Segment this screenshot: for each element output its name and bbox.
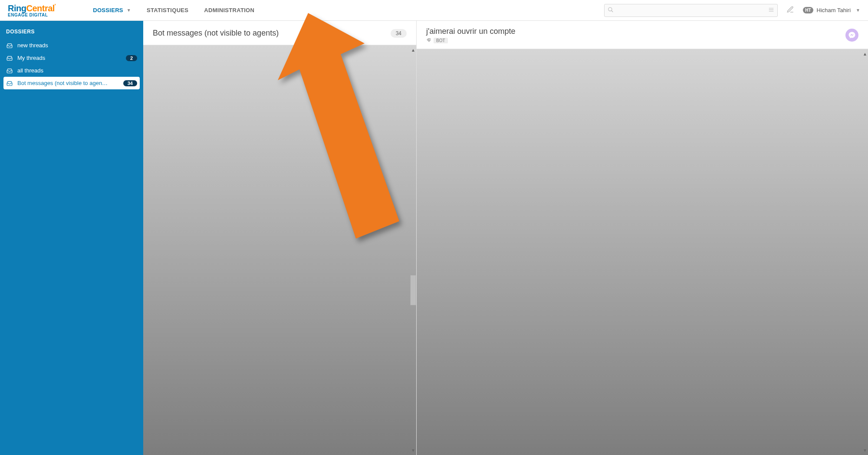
nav-label: DOSSIERS: [93, 7, 123, 13]
main-area: Bot messages (not visible to agents) 34 …: [143, 21, 868, 455]
thread-list-panel: Bot messages (not visible to agents) 34 …: [143, 21, 417, 455]
svg-line-1: [612, 10, 613, 12]
user-menu[interactable]: HT Hicham Tahiri ▼: [803, 7, 860, 13]
search-options-icon[interactable]: [768, 7, 774, 14]
list-count: 34: [391, 29, 407, 38]
sidebar-item-label: new threads: [17, 42, 137, 49]
svg-point-0: [608, 7, 612, 11]
sidebar: DOSSIERS new threads My threads 2 all th…: [0, 21, 143, 455]
user-name: Hicham Tahiri: [817, 7, 851, 13]
sidebar-badge: 2: [126, 55, 137, 61]
global-search[interactable]: [604, 4, 778, 17]
inbox-icon: [6, 43, 13, 49]
scrollbar-thumb[interactable]: [410, 275, 416, 305]
compose-icon[interactable]: [786, 6, 794, 15]
brand-logo: RingCentral' ENGAGE DIGITAL: [8, 3, 56, 17]
detail-title: j'aimerai ouvrir un compte: [426, 27, 516, 36]
sidebar-item-label: Bot messages (not visible to agen…: [17, 80, 119, 86]
nav-statistiques[interactable]: STATISTIQUES: [140, 0, 195, 20]
scroll-up-icon[interactable]: ▴: [864, 51, 866, 57]
user-avatar: HT: [803, 7, 813, 13]
search-input[interactable]: [604, 4, 778, 17]
scroll-up-icon[interactable]: ▴: [412, 47, 414, 53]
topbar-right: HT Hicham Tahiri ▼: [604, 4, 860, 17]
inbox-icon: [6, 55, 13, 61]
messenger-icon: [845, 29, 858, 42]
nav-dossiers[interactable]: DOSSIERS ▼: [86, 0, 138, 20]
brand-subline: ENGAGE DIGITAL: [8, 13, 48, 17]
sidebar-section-title: DOSSIERS: [0, 21, 143, 39]
inbox-icon: [6, 68, 13, 74]
scroll-down-icon[interactable]: ▾: [864, 447, 866, 453]
list-header: Bot messages (not visible to agents) 34: [143, 21, 416, 45]
sidebar-item-label: My threads: [17, 55, 122, 61]
sidebar-item-bot-messages[interactable]: Bot messages (not visible to agen… 34: [3, 77, 140, 89]
sidebar-item-all-threads[interactable]: all threads: [0, 64, 143, 77]
detail-tag: BOT: [434, 38, 448, 43]
svg-point-5: [429, 39, 430, 40]
sidebar-badge: 34: [123, 80, 137, 86]
brand-word-b: Central: [26, 3, 54, 13]
nav-label: ADMINISTRATION: [204, 7, 254, 13]
tag-icon: [426, 38, 431, 43]
list-title: Bot messages (not visible to agents): [153, 29, 279, 38]
search-icon: [608, 7, 614, 14]
thread-detail-panel: j'aimerai ouvrir un compte BOT ▴ ▾: [417, 21, 868, 455]
sidebar-item-my-threads[interactable]: My threads 2: [0, 52, 143, 64]
top-nav: RingCentral' ENGAGE DIGITAL DOSSIERS ▼ S…: [0, 0, 868, 21]
chevron-down-icon: ▼: [127, 8, 131, 13]
thread-list-body[interactable]: ▴ ▾: [143, 45, 416, 455]
thread-detail-body[interactable]: ▴ ▾: [417, 49, 868, 455]
brand-word-a: Ring: [8, 3, 26, 13]
nav-label: STATISTIQUES: [147, 7, 188, 13]
scroll-down-icon[interactable]: ▾: [412, 447, 414, 453]
detail-header: j'aimerai ouvrir un compte BOT: [417, 21, 868, 49]
inbox-icon: [6, 80, 13, 86]
sidebar-item-new-threads[interactable]: new threads: [0, 39, 143, 52]
primary-nav: DOSSIERS ▼ STATISTIQUES ADMINISTRATION: [86, 0, 261, 20]
sidebar-item-label: all threads: [17, 67, 137, 74]
chevron-down-icon: ▼: [856, 8, 860, 13]
nav-administration[interactable]: ADMINISTRATION: [197, 0, 261, 20]
